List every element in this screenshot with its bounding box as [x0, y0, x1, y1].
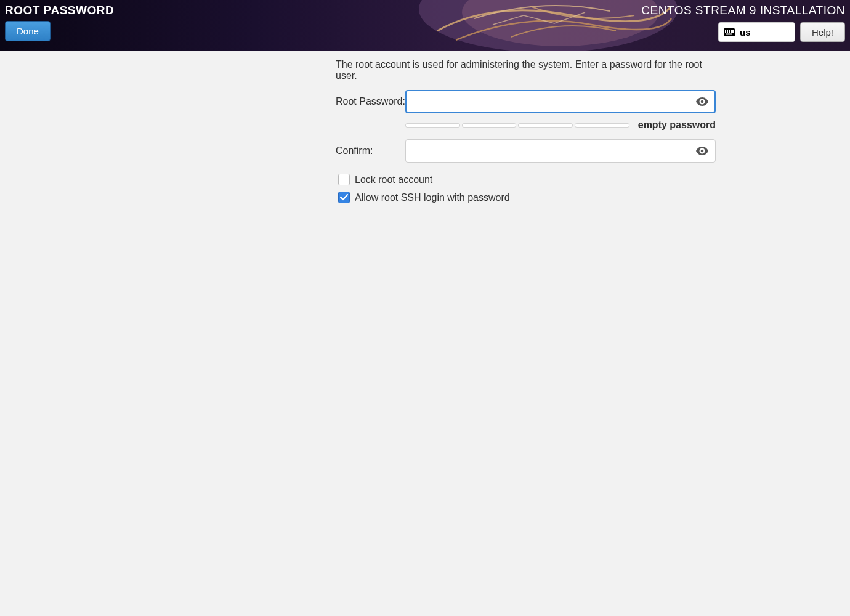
password-input-wrap — [405, 90, 716, 113]
password-strength-row: empty password — [405, 120, 716, 131]
root-password-input[interactable] — [405, 90, 716, 113]
header-artwork — [400, 0, 678, 51]
svg-rect-3 — [725, 30, 726, 31]
svg-rect-12 — [732, 31, 734, 33]
confirm-input-wrap — [405, 139, 716, 163]
keyboard-icon — [724, 28, 735, 36]
allow-ssh-login-checkbox[interactable] — [338, 192, 350, 203]
confirm-password-input[interactable] — [405, 139, 716, 163]
strength-segment — [462, 123, 517, 128]
svg-rect-6 — [731, 30, 732, 31]
header-bar: ROOT PASSWORD Done CENTOS STREAM 9 INSTA… — [0, 0, 850, 51]
root-password-form: The root account is used for administeri… — [129, 59, 721, 209]
confirm-label: Confirm: — [336, 145, 405, 156]
content-area: The root account is used for administeri… — [0, 51, 850, 209]
svg-rect-9 — [727, 31, 728, 33]
svg-rect-8 — [725, 31, 726, 33]
password-strength-meter — [405, 123, 629, 128]
lock-root-account-checkbox[interactable] — [338, 174, 350, 185]
form-description: The root account is used for administeri… — [336, 59, 721, 81]
eye-icon — [696, 147, 708, 155]
strength-segment — [575, 123, 629, 128]
checkmark-icon — [340, 194, 348, 201]
svg-rect-7 — [732, 30, 734, 31]
strength-segment — [518, 123, 573, 128]
header-left: ROOT PASSWORD Done — [5, 0, 114, 51]
confirm-row: Confirm: — [336, 139, 721, 163]
password-row: Root Password: — [336, 90, 721, 113]
allow-ssh-label: Allow root SSH login with password — [355, 192, 510, 203]
svg-rect-13 — [726, 33, 732, 34]
keyboard-layout-label: us — [740, 27, 751, 38]
svg-point-14 — [701, 100, 704, 103]
header-right: CENTOS STREAM 9 INSTALLATION u — [641, 0, 845, 51]
lock-account-row: Lock root account — [338, 174, 721, 185]
strength-segment — [405, 123, 460, 128]
svg-rect-10 — [729, 31, 730, 33]
password-strength-label: empty password — [638, 120, 716, 131]
header-controls: us Help! — [718, 22, 845, 42]
svg-rect-5 — [729, 30, 730, 31]
svg-rect-11 — [731, 31, 732, 33]
help-button[interactable]: Help! — [800, 22, 845, 42]
allow-ssh-row: Allow root SSH login with password — [338, 192, 721, 203]
toggle-password-visibility-button[interactable] — [694, 95, 711, 108]
svg-point-0 — [419, 0, 678, 51]
svg-point-1 — [462, 0, 659, 46]
toggle-confirm-visibility-button[interactable] — [694, 144, 711, 158]
password-label: Root Password: — [336, 96, 405, 107]
installer-title: CENTOS STREAM 9 INSTALLATION — [641, 4, 845, 17]
svg-point-15 — [701, 150, 704, 153]
lock-account-label: Lock root account — [355, 174, 432, 185]
page-title: ROOT PASSWORD — [5, 4, 114, 17]
done-button[interactable]: Done — [5, 21, 51, 41]
keyboard-layout-indicator[interactable]: us — [718, 22, 795, 42]
svg-rect-4 — [727, 30, 728, 31]
eye-icon — [696, 97, 708, 106]
